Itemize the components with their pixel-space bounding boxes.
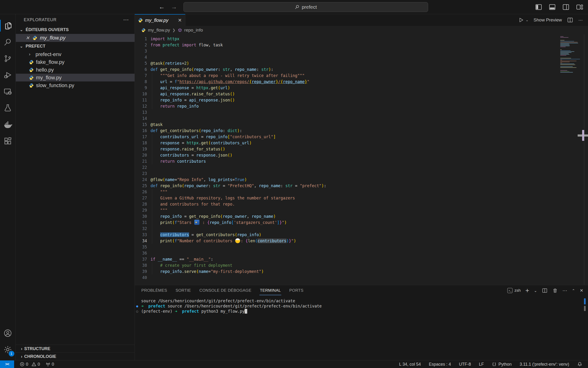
code-line-39[interactable]: 39 repo_info.serve(name="my-first-deploy…: [135, 268, 588, 275]
code-line-14[interactable]: 14: [135, 115, 588, 121]
code-line-34[interactable]: 34 print(f"Number of contributors : {len…: [135, 238, 588, 244]
code-line-17[interactable]: 17 contributors_url = repo_info["contrib…: [135, 134, 588, 140]
run-and-debug-icon[interactable]: [0, 67, 16, 83]
open-editor-item[interactable]: ✕ my_flow.py: [16, 34, 134, 42]
run-python-file-icon[interactable]: [518, 17, 524, 23]
history-back-icon[interactable]: ←: [159, 3, 165, 11]
command-decoration-filled[interactable]: ●: [136, 304, 138, 309]
code-line-24[interactable]: 24@flow(name="Repo Info", log_prints=Tru…: [135, 177, 588, 183]
code-editor[interactable]: 1import httpx2from prefect import flow, …: [135, 34, 588, 285]
file-item-hello-py[interactable]: hello.py: [16, 66, 134, 74]
toggle-primary-sidebar-icon[interactable]: [535, 3, 542, 11]
ports-status[interactable]: 0: [46, 362, 54, 367]
language-mode[interactable]: Python: [492, 362, 512, 367]
code-line-23[interactable]: 23: [135, 170, 588, 177]
file-item-prefect-env[interactable]: ›prefect-env: [16, 50, 134, 58]
explorer-more-actions-icon[interactable]: ⋯: [123, 17, 129, 23]
command-center-search[interactable]: prefect: [184, 2, 428, 12]
panel-tab-probl-mes[interactable]: PROBLÈMES: [141, 286, 167, 295]
editor-more-actions-icon[interactable]: ⋯: [578, 18, 583, 23]
code-line-2[interactable]: 2from prefect import flow, task: [135, 42, 588, 48]
show-preview-button[interactable]: Show Preview: [534, 18, 562, 23]
python-interpreter[interactable]: 3.11.1 ('prefect-env': venv): [519, 362, 569, 367]
code-line-4[interactable]: 4: [135, 54, 588, 60]
close-editor-icon[interactable]: ✕: [26, 35, 30, 41]
folder-section-header[interactable]: ⌄ PREFECT: [16, 42, 134, 50]
breadcrumb-symbol[interactable]: repo_info: [184, 28, 203, 33]
file-item-fake-flow-py[interactable]: fake_flow.py: [16, 58, 134, 66]
code-line-19[interactable]: 19 response.raise_for_status(): [135, 146, 588, 152]
file-item-slow-function-py[interactable]: slow_function.py: [16, 82, 134, 89]
code-line-27[interactable]: 27 Given a GitHub repository, logs the n…: [135, 195, 588, 201]
panel-tab-terminal[interactable]: TERMINAL: [259, 286, 281, 295]
editor-sash[interactable]: [584, 34, 584, 285]
toggle-panel-icon[interactable]: [548, 3, 556, 11]
code-line-6[interactable]: 6def get_repo_info(repo_owner: str, repo…: [135, 66, 588, 73]
code-line-25[interactable]: 25def repo_info(repo_owner: str = "Prefe…: [135, 183, 588, 189]
code-line-36[interactable]: 36: [135, 250, 588, 256]
code-line-26[interactable]: 26 """: [135, 189, 588, 195]
code-line-16[interactable]: 16def get_contributors(repo_info: dict):: [135, 128, 588, 134]
maximize-panel-icon[interactable]: ⌃: [572, 288, 575, 293]
breadcrumb-file[interactable]: my_flow.py: [148, 28, 170, 33]
minimap[interactable]: [560, 36, 582, 74]
history-forward-icon[interactable]: →: [171, 3, 177, 11]
open-editors-section[interactable]: ⌄ ÉDITEURS OUVERTS: [16, 25, 134, 34]
close-panel-icon[interactable]: ✕: [580, 288, 583, 293]
panel-tab-ports[interactable]: PORTS: [289, 286, 304, 295]
code-line-22[interactable]: 22: [135, 164, 588, 170]
search-view-icon[interactable]: [0, 34, 16, 50]
settings-gear-icon[interactable]: 1: [0, 341, 16, 358]
split-editor-icon[interactable]: [567, 17, 573, 23]
code-line-1[interactable]: 1import httpx: [135, 36, 588, 42]
panel-tab-console-de-d-bogage[interactable]: CONSOLE DE DÉBOGAGE: [199, 286, 252, 295]
code-line-35[interactable]: 35: [135, 244, 588, 250]
structure-section[interactable]: › STRUCTURE: [16, 345, 134, 352]
code-line-38[interactable]: 38 # create your first deployment: [135, 262, 588, 268]
code-line-40[interactable]: 40: [135, 275, 588, 281]
indentation-status[interactable]: Espaces : 4: [429, 362, 451, 367]
close-tab-icon[interactable]: ✕: [178, 18, 182, 23]
code-line-21[interactable]: 21 return contributors: [135, 158, 588, 164]
problems-status[interactable]: 0 0: [20, 362, 40, 367]
panel-more-actions-icon[interactable]: ⋯: [562, 288, 567, 293]
customize-layout-icon[interactable]: [576, 3, 583, 11]
code-line-32[interactable]: 32: [135, 226, 588, 232]
explorer-icon[interactable]: [0, 18, 16, 34]
toggle-secondary-sidebar-icon[interactable]: [562, 3, 570, 11]
cursor-position[interactable]: L 34, col 54: [399, 362, 421, 367]
encoding-status[interactable]: UTF-8: [459, 362, 471, 367]
code-line-3[interactable]: 3: [135, 48, 588, 54]
split-terminal-icon[interactable]: [542, 288, 548, 293]
code-line-9[interactable]: 9 api_response = httpx.get(url): [135, 85, 588, 91]
code-line-37[interactable]: 37if __name__ == "__main__":: [135, 256, 588, 262]
remote-explorer-icon[interactable]: [0, 83, 16, 100]
code-line-8[interactable]: 8 url = f"https://api.github.com/repos/{…: [135, 79, 588, 85]
run-dropdown-icon[interactable]: ⌄: [526, 18, 528, 22]
source-control-icon[interactable]: [0, 50, 16, 67]
kill-terminal-icon[interactable]: [552, 288, 558, 293]
code-line-28[interactable]: 28 and contributors for that repo.: [135, 201, 588, 207]
code-line-18[interactable]: 18 response = httpx.get(contributors_url…: [135, 140, 588, 146]
code-line-10[interactable]: 10 api_response.raise_for_status(): [135, 91, 588, 97]
testing-icon[interactable]: [0, 100, 16, 116]
code-line-7[interactable]: 7 """Get info about a repo - will retry …: [135, 73, 588, 79]
terminal-content[interactable]: source /Users/henricourdent/git/prefect/…: [135, 296, 588, 360]
file-item-my-flow-py[interactable]: my_flow.py: [16, 74, 134, 82]
code-line-20[interactable]: 20 contributors = response.json(): [135, 152, 588, 158]
timeline-section[interactable]: › CHRONOLOGIE: [16, 352, 134, 360]
remote-indicator[interactable]: ><: [0, 360, 14, 368]
code-line-31[interactable]: 31 print(f"Stars : {repo_info['stargazer…: [135, 220, 588, 226]
terminal-dropdown-icon[interactable]: ⌄: [534, 288, 537, 293]
docker-icon[interactable]: [0, 116, 16, 133]
eol-status[interactable]: LF: [479, 362, 484, 367]
panel-tab-sortie[interactable]: SORTIE: [175, 286, 191, 295]
accounts-icon[interactable]: [0, 325, 16, 341]
terminal-shell-chip[interactable]: >_ zsh: [507, 288, 520, 293]
extensions-icon[interactable]: [0, 133, 16, 149]
code-line-5[interactable]: 5@task(retries=2): [135, 60, 588, 66]
tab-my-flow[interactable]: my_flow.py ✕: [135, 14, 185, 26]
new-terminal-icon[interactable]: +: [526, 287, 529, 294]
code-line-13[interactable]: 13: [135, 109, 588, 115]
code-line-11[interactable]: 11 repo_info = api_response.json(): [135, 97, 588, 103]
